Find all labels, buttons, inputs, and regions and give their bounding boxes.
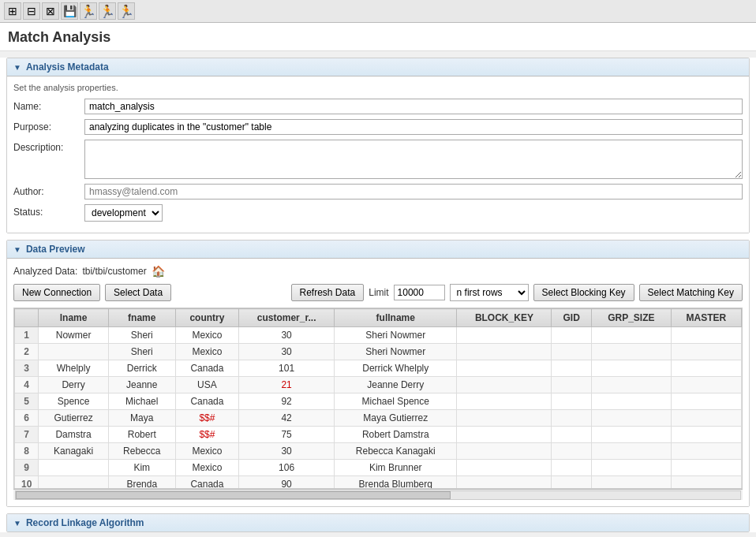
select-matching-key-button[interactable]: Select Matching Key <box>639 284 743 301</box>
row-num: 10 <box>15 476 39 490</box>
purpose-input[interactable] <box>84 119 743 135</box>
cell-grp-size <box>591 393 671 410</box>
table-row[interactable]: 6 Gutierrez Maya $$# 42 Maya Gutierrez <box>15 410 742 427</box>
table-row[interactable]: 7 Damstra Robert $$# 75 Robert Damstra <box>15 427 742 443</box>
toolbar-btn-2[interactable]: ⊟ <box>23 2 40 20</box>
col-fname[interactable]: fname <box>108 309 175 327</box>
purpose-label: Purpose: <box>13 119 84 132</box>
author-input[interactable] <box>84 184 743 200</box>
table-row[interactable]: 9 Kim Mexico 106 Kim Brunner <box>15 460 742 476</box>
cell-grp-size <box>591 476 671 490</box>
cell-lname <box>39 460 108 476</box>
analysis-metadata-section: ▼ Analysis Metadata Set the analysis pro… <box>6 58 750 233</box>
cell-lname <box>39 476 108 490</box>
cell-grp-size <box>591 443 671 460</box>
page-title: Match Analysis <box>0 23 756 51</box>
data-table: lname fname country customer_r... fullna… <box>14 308 742 489</box>
select-blocking-key-button[interactable]: Select Blocking Key <box>533 284 634 301</box>
cell-grp-size <box>591 360 671 377</box>
cell-fname: Michael <box>108 393 175 410</box>
cell-grp-size <box>591 344 671 360</box>
name-input[interactable] <box>84 99 743 114</box>
cell-master <box>671 410 741 427</box>
cell-fullname: Sheri Nowmer <box>335 327 457 344</box>
toolbar-btn-5[interactable]: 🏃 <box>99 2 116 20</box>
cell-fullname: Michael Spence <box>335 393 457 410</box>
cell-block-key <box>457 344 552 360</box>
cell-lname: Damstra <box>39 427 108 443</box>
record-linkage-header[interactable]: ▼ Record Linkage Algorithm <box>7 514 749 531</box>
select-data-button[interactable]: Select Data <box>105 284 171 301</box>
cell-country: $$# <box>175 427 238 443</box>
cell-country: Canada <box>175 476 238 490</box>
cell-gid <box>552 443 592 460</box>
analysis-metadata-title: Analysis Metadata <box>26 62 109 73</box>
cell-lname <box>39 344 108 360</box>
data-preview-title: Data Preview <box>26 244 85 255</box>
cell-fname: Derrick <box>108 360 175 377</box>
limit-input[interactable] <box>394 285 445 300</box>
description-input[interactable] <box>84 140 743 179</box>
col-master[interactable]: MASTER <box>671 309 741 327</box>
cell-master <box>671 443 741 460</box>
cell-country: Mexico <box>175 443 238 460</box>
refresh-data-button[interactable]: Refresh Data <box>291 284 365 301</box>
rows-select[interactable]: n first rows random rows all rows <box>450 284 529 301</box>
col-rownum <box>15 309 39 327</box>
table-row[interactable]: 5 Spence Michael Canada 92 Michael Spenc… <box>15 393 742 410</box>
main-toolbar: ⊞ ⊟ ⊠ 💾 🏃 🏃 🏃 <box>0 0 756 23</box>
analysis-metadata-header[interactable]: ▼ Analysis Metadata <box>7 58 749 76</box>
cell-lname: Derry <box>39 377 108 393</box>
cell-customer_r: 90 <box>239 476 335 490</box>
cell-block-key <box>457 393 552 410</box>
status-row: Status: development production testing <box>13 204 743 222</box>
col-lname[interactable]: lname <box>39 309 108 327</box>
new-connection-button[interactable]: New Connection <box>13 284 100 301</box>
table-row[interactable]: 8 Kanagaki Rebecca Mexico 30 Rebecca Kan… <box>15 443 742 460</box>
cell-grp-size <box>591 460 671 476</box>
analyzed-data-path: tbi/tbi/customer <box>82 266 146 277</box>
cell-gid <box>552 377 592 393</box>
cell-master <box>671 327 741 344</box>
row-num: 3 <box>15 360 39 377</box>
col-country[interactable]: country <box>175 309 238 327</box>
cell-customer_r: 75 <box>239 427 335 443</box>
cell-customer_r: 30 <box>239 344 335 360</box>
col-fullname[interactable]: fullname <box>335 309 457 327</box>
status-select[interactable]: development production testing <box>84 204 163 222</box>
horizontal-scrollbar[interactable] <box>13 489 743 500</box>
cell-gid <box>552 327 592 344</box>
cell-gid <box>552 393 592 410</box>
cell-fullname: Jeanne Derry <box>335 377 457 393</box>
toolbar-btn-save[interactable]: 💾 <box>61 2 78 20</box>
toolbar-btn-3[interactable]: ⊠ <box>42 2 59 20</box>
cell-lname: Kanagaki <box>39 443 108 460</box>
table-row[interactable]: 1 Nowmer Sheri Mexico 30 Sheri Nowmer <box>15 327 742 344</box>
cell-master <box>671 360 741 377</box>
home-icon[interactable]: 🏠 <box>152 265 165 278</box>
cell-gid <box>552 427 592 443</box>
table-row[interactable]: 3 Whelply Derrick Canada 101 Derrick Whe… <box>15 360 742 377</box>
table-row[interactable]: 2 Sheri Mexico 30 Sheri Nowmer <box>15 344 742 360</box>
row-num: 4 <box>15 377 39 393</box>
cell-gid <box>552 360 592 377</box>
cell-gid <box>552 344 592 360</box>
cell-grp-size <box>591 427 671 443</box>
table-row[interactable]: 10 Brenda Canada 90 Brenda Blumberg <box>15 476 742 490</box>
col-grp-size[interactable]: GRP_SIZE <box>591 309 671 327</box>
toolbar-btn-run[interactable]: 🏃 <box>80 2 97 20</box>
toolbar-btn-6[interactable]: 🏃 <box>118 2 135 20</box>
cell-fname: Jeanne <box>108 377 175 393</box>
col-gid[interactable]: GID <box>552 309 592 327</box>
toolbar-btn-1[interactable]: ⊞ <box>4 2 21 20</box>
col-block-key[interactable]: BLOCK_KEY <box>457 309 552 327</box>
data-preview-header[interactable]: ▼ Data Preview <box>7 241 749 259</box>
row-num: 7 <box>15 427 39 443</box>
cell-customer_r: 30 <box>239 327 335 344</box>
table-row[interactable]: 4 Derry Jeanne USA 21 Jeanne Derry <box>15 377 742 393</box>
description-row: Description: <box>13 140 743 179</box>
scrollbar-track <box>15 490 741 500</box>
data-table-container: lname fname country customer_r... fullna… <box>13 308 743 489</box>
col-customer_r[interactable]: customer_r... <box>239 309 335 327</box>
cell-fullname: Maya Gutierrez <box>335 410 457 427</box>
